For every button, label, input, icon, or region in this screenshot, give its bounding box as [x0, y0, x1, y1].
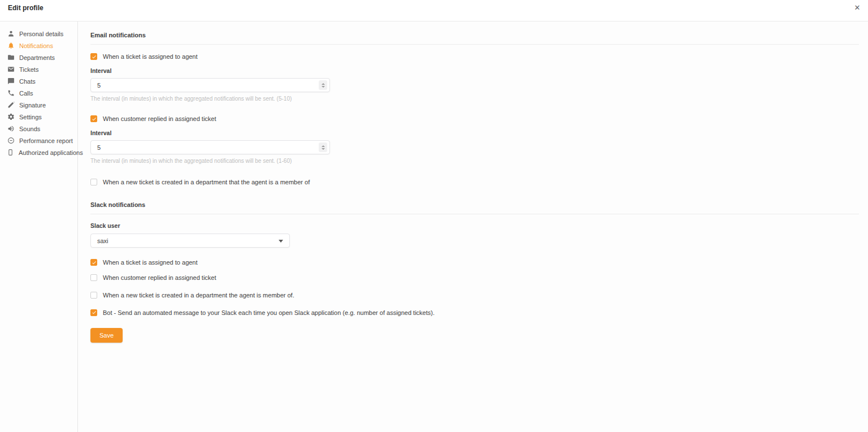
checkbox-label: When a new ticket is created in a depart…	[103, 292, 294, 299]
sidebar-item-personal-details[interactable]: Personal details	[0, 28, 77, 40]
sidebar-item-label: Settings	[19, 114, 42, 120]
stepper-icon[interactable]	[319, 142, 327, 152]
sidebar-item-label: Tickets	[19, 66, 38, 73]
sidebar-item-label: Performance report	[19, 137, 73, 144]
folder-icon	[7, 54, 15, 62]
sidebar-item-label: Calls	[19, 90, 33, 97]
sidebar-item-settings[interactable]: Settings	[0, 111, 77, 123]
chat-icon	[7, 77, 15, 85]
checkbox-new-ticket-slack[interactable]: When a new ticket is created in a depart…	[90, 289, 859, 301]
checkbox-ticket-assigned-slack[interactable]: When a ticket is assigned to agent	[90, 259, 859, 266]
save-button[interactable]: Save	[90, 328, 123, 343]
checkbox-icon	[90, 309, 97, 316]
checkbox-icon	[90, 259, 97, 266]
sidebar-item-departments[interactable]: Departments	[0, 51, 77, 63]
settings-sidebar: Personal details Notifications Departmen…	[0, 21, 78, 432]
checkbox-label: When a new ticket is created in a depart…	[103, 179, 310, 185]
checkbox-icon	[90, 292, 97, 299]
interval-input-assigned[interactable]	[90, 78, 330, 92]
close-icon[interactable]: ✕	[852, 3, 862, 13]
checkbox-new-ticket-email[interactable]: When a new ticket is created in a depart…	[90, 179, 859, 185]
section-divider	[90, 214, 859, 214]
slack-user-select[interactable]: saxi	[90, 234, 290, 248]
checkbox-customer-replied-email[interactable]: When customer replied in assigned ticket	[90, 115, 859, 122]
gear-icon	[7, 113, 15, 121]
sidebar-item-signature[interactable]: Signature	[0, 99, 77, 111]
checkbox-label: When customer replied in assigned ticket	[103, 274, 216, 281]
checkbox-label: When a ticket is assigned to agent	[103, 259, 198, 266]
interval-field-wrap	[90, 140, 330, 154]
caret-down-icon	[279, 240, 283, 243]
report-icon	[7, 137, 15, 145]
pen-icon	[7, 101, 15, 109]
sidebar-item-label: Personal details	[19, 31, 63, 37]
sidebar-item-notifications[interactable]: Notifications	[0, 40, 77, 51]
sidebar-item-authorized-applications[interactable]: Authorized applications	[0, 146, 77, 158]
checkbox-customer-replied-slack[interactable]: When customer replied in assigned ticket	[90, 271, 859, 283]
slack-notifications-heading: Slack notifications	[90, 201, 859, 208]
sidebar-item-label: Authorized applications	[19, 149, 83, 156]
checkbox-icon	[90, 115, 97, 122]
sidebar-item-label: Chats	[19, 78, 36, 85]
interval-helper-text: The interval (in minutes) in which the a…	[90, 158, 859, 164]
sidebar-item-tickets[interactable]: Tickets	[0, 63, 77, 75]
checkbox-icon	[90, 53, 97, 60]
slack-user-label: Slack user	[90, 222, 859, 229]
sidebar-item-label: Signature	[19, 102, 46, 109]
main-layout: Personal details Notifications Departmen…	[0, 21, 868, 432]
sidebar-item-sounds[interactable]: Sounds	[0, 123, 77, 135]
phone-icon	[7, 89, 15, 97]
section-divider	[90, 44, 859, 45]
checkbox-icon	[90, 179, 97, 185]
interval-field-wrap	[90, 78, 330, 92]
email-notifications-heading: Email notifications	[90, 32, 859, 38]
device-icon	[7, 149, 14, 157]
checkbox-icon	[90, 274, 97, 281]
interval-label: Interval	[90, 67, 859, 74]
speaker-icon	[7, 125, 15, 133]
checkbox-label: When a ticket is assigned to agent	[103, 53, 198, 60]
person-icon	[7, 30, 15, 38]
page-title: Edit profile	[8, 4, 44, 12]
checkbox-label: When customer replied in assigned ticket	[103, 115, 216, 122]
checkbox-ticket-assigned-email[interactable]: When a ticket is assigned to agent	[90, 53, 859, 60]
sidebar-item-performance-report[interactable]: Performance report	[0, 135, 77, 146]
interval-label: Interval	[90, 129, 859, 136]
sidebar-item-label: Sounds	[19, 126, 40, 132]
window-titlebar: Edit profile ✕	[0, 0, 868, 21]
checkbox-label: Bot - Send an automated message to your …	[103, 309, 435, 316]
sidebar-item-label: Departments	[19, 54, 55, 61]
slack-user-value: saxi	[97, 237, 108, 244]
sidebar-item-label: Notifications	[19, 42, 53, 49]
sidebar-item-calls[interactable]: Calls	[0, 87, 77, 99]
interval-helper-text: The interval (in minutes) in which the a…	[90, 96, 859, 102]
stepper-icon[interactable]	[319, 80, 327, 90]
bell-icon	[7, 42, 15, 50]
envelope-icon	[7, 66, 15, 74]
notifications-panel: Email notifications When a ticket is ass…	[78, 21, 868, 432]
checkbox-slack-bot[interactable]: Bot - Send an automated message to your …	[90, 306, 859, 318]
interval-input-customer-replied[interactable]	[90, 140, 330, 154]
sidebar-item-chats[interactable]: Chats	[0, 75, 77, 87]
